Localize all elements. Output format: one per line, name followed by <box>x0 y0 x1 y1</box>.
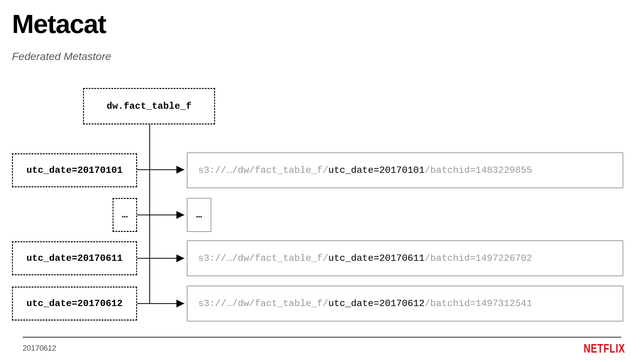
partition-box: utc_date=20170611 <box>12 241 137 275</box>
footer-divider <box>23 337 621 337</box>
path-box: s3://…/dw/fact_table_f/utc_date=20170101… <box>187 152 623 188</box>
path-mid: utc_date=20170101 <box>328 165 425 176</box>
path-prefix: s3://…/dw/fact_table_f/ <box>198 253 328 264</box>
netflix-logo: NETFLIX <box>584 342 625 355</box>
path-suffix: /batchid=1497312541 <box>425 298 532 309</box>
path-prefix: s3://…/dw/fact_table_f/ <box>198 165 328 176</box>
path-box: s3://…/dw/fact_table_f/utc_date=20170612… <box>187 286 623 321</box>
path-prefix: s3://…/dw/fact_table_f/ <box>198 298 328 309</box>
partition-ellipsis-box: … <box>113 198 137 232</box>
diagram-area: dw.fact_table_f utc_date=20170101 s3://…… <box>12 88 628 327</box>
partition-box: utc_date=20170612 <box>12 287 137 321</box>
slide-subtitle: Federated Metastore <box>12 50 111 63</box>
partition-box: utc_date=20170101 <box>12 153 137 187</box>
path-box: s3://…/dw/fact_table_f/utc_date=20170611… <box>187 240 623 276</box>
footer-date: 20170612 <box>23 344 56 353</box>
path-mid: utc_date=20170611 <box>328 253 425 264</box>
table-name-box: dw.fact_table_f <box>83 88 215 124</box>
slide-title: Metacat <box>12 9 106 39</box>
path-suffix: /batchid=1483229855 <box>425 165 532 176</box>
path-mid: utc_date=20170612 <box>328 298 425 309</box>
path-suffix: /batchid=1497226702 <box>425 253 532 264</box>
path-ellipsis-box: … <box>187 198 211 232</box>
